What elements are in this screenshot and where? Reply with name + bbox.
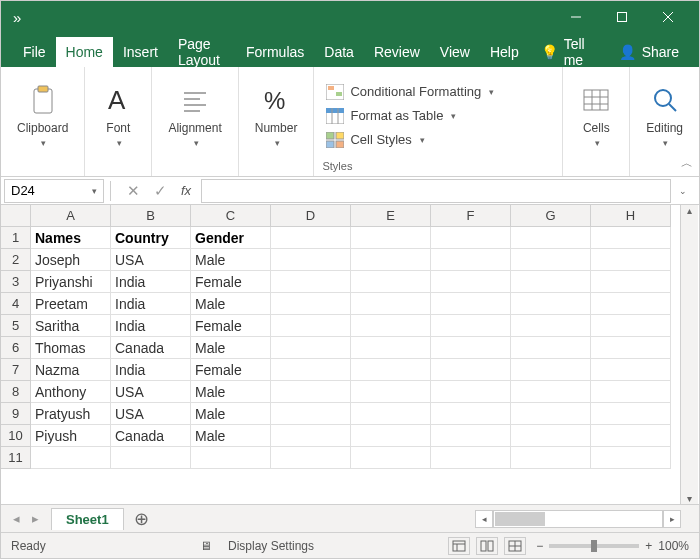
cell[interactable]: Female — [191, 359, 271, 381]
cell[interactable] — [351, 227, 431, 249]
row-header[interactable]: 5 — [1, 315, 31, 337]
cell[interactable] — [271, 447, 351, 469]
cells-button[interactable]: Cells▾ — [571, 79, 621, 153]
cell[interactable] — [431, 293, 511, 315]
cell[interactable] — [591, 359, 671, 381]
conditional-formatting-button[interactable]: Conditional Formatting▾ — [322, 82, 498, 102]
format-as-table-button[interactable]: Format as Table▾ — [322, 106, 498, 126]
cell[interactable] — [511, 271, 591, 293]
row-header[interactable]: 4 — [1, 293, 31, 315]
cell[interactable] — [111, 447, 191, 469]
cell[interactable] — [511, 425, 591, 447]
cell[interactable]: Male — [191, 381, 271, 403]
zoom-in-button[interactable]: + — [645, 539, 652, 553]
row-header[interactable]: 11 — [1, 447, 31, 469]
cell[interactable] — [591, 249, 671, 271]
cell[interactable] — [351, 271, 431, 293]
editing-button[interactable]: Editing▾ — [638, 79, 691, 153]
page-layout-view-button[interactable] — [476, 537, 498, 555]
cell[interactable]: Piyush — [31, 425, 111, 447]
cell[interactable] — [591, 271, 671, 293]
tab-home[interactable]: Home — [56, 37, 113, 67]
cell[interactable] — [511, 447, 591, 469]
collapse-ribbon-button[interactable]: ︿ — [681, 155, 693, 172]
column-header[interactable]: C — [191, 205, 271, 227]
column-header[interactable]: B — [111, 205, 191, 227]
cell[interactable] — [271, 337, 351, 359]
sheet-nav-prev[interactable]: ◂ — [13, 511, 20, 526]
cell[interactable] — [431, 337, 511, 359]
normal-view-button[interactable] — [448, 537, 470, 555]
row-header[interactable]: 1 — [1, 227, 31, 249]
column-header[interactable]: D — [271, 205, 351, 227]
tab-data[interactable]: Data — [314, 37, 364, 67]
cell[interactable]: Priyanshi — [31, 271, 111, 293]
name-box[interactable]: D24 ▾ — [4, 179, 104, 203]
cell[interactable] — [191, 447, 271, 469]
expand-formula-icon[interactable]: ⌄ — [673, 186, 693, 196]
sheet-tab[interactable]: Sheet1 — [51, 508, 124, 530]
cell[interactable]: Thomas — [31, 337, 111, 359]
zoom-control[interactable]: − + 100% — [536, 539, 689, 553]
cell[interactable]: Male — [191, 337, 271, 359]
cell[interactable] — [31, 447, 111, 469]
cell[interactable] — [271, 293, 351, 315]
quick-access[interactable]: » — [13, 9, 21, 26]
cell-styles-button[interactable]: Cell Styles▾ — [322, 130, 498, 150]
share-button[interactable]: 👤 Share — [611, 37, 687, 67]
tell-me[interactable]: 💡 Tell me — [529, 37, 611, 67]
cell[interactable] — [431, 315, 511, 337]
cell[interactable]: USA — [111, 249, 191, 271]
formula-bar[interactable] — [201, 179, 671, 203]
cell[interactable] — [351, 293, 431, 315]
tab-view[interactable]: View — [430, 37, 480, 67]
row-header[interactable]: 10 — [1, 425, 31, 447]
cell[interactable] — [511, 249, 591, 271]
cell[interactable] — [271, 271, 351, 293]
tab-formulas[interactable]: Formulas — [236, 37, 314, 67]
cell[interactable] — [351, 315, 431, 337]
cell[interactable]: Joseph — [31, 249, 111, 271]
cell[interactable]: Male — [191, 403, 271, 425]
cell[interactable] — [431, 249, 511, 271]
cell[interactable] — [431, 381, 511, 403]
vertical-scrollbar[interactable]: ▴▾ — [680, 205, 698, 504]
tab-insert[interactable]: Insert — [113, 37, 168, 67]
cell[interactable] — [351, 403, 431, 425]
column-header[interactable]: E — [351, 205, 431, 227]
clipboard-button[interactable]: Clipboard▾ — [9, 79, 76, 153]
cell[interactable] — [591, 227, 671, 249]
cell[interactable]: India — [111, 293, 191, 315]
page-break-view-button[interactable] — [504, 537, 526, 555]
cell[interactable]: India — [111, 271, 191, 293]
cell[interactable] — [511, 315, 591, 337]
cell[interactable] — [271, 227, 351, 249]
cell[interactable] — [591, 447, 671, 469]
cell[interactable] — [511, 359, 591, 381]
cell[interactable]: USA — [111, 381, 191, 403]
horizontal-scrollbar[interactable]: ◂ ▸ — [475, 510, 681, 528]
cell[interactable]: India — [111, 315, 191, 337]
maximize-button[interactable] — [599, 1, 645, 33]
cancel-formula-icon[interactable]: ✕ — [127, 182, 140, 200]
cell[interactable]: Saritha — [31, 315, 111, 337]
cell[interactable] — [511, 381, 591, 403]
column-header[interactable]: A — [31, 205, 111, 227]
cell[interactable] — [351, 425, 431, 447]
cell[interactable] — [271, 249, 351, 271]
font-button[interactable]: A Font▾ — [93, 79, 143, 153]
alignment-button[interactable]: Alignment▾ — [160, 79, 229, 153]
cell[interactable] — [591, 403, 671, 425]
cell[interactable] — [431, 271, 511, 293]
row-header[interactable]: 3 — [1, 271, 31, 293]
cell[interactable] — [351, 447, 431, 469]
cell[interactable] — [351, 359, 431, 381]
column-header[interactable]: G — [511, 205, 591, 227]
cell[interactable] — [271, 425, 351, 447]
row-header[interactable]: 6 — [1, 337, 31, 359]
cell[interactable] — [431, 425, 511, 447]
minimize-button[interactable] — [553, 1, 599, 33]
cell[interactable]: Female — [191, 271, 271, 293]
cell[interactable]: India — [111, 359, 191, 381]
cell[interactable]: Pratyush — [31, 403, 111, 425]
